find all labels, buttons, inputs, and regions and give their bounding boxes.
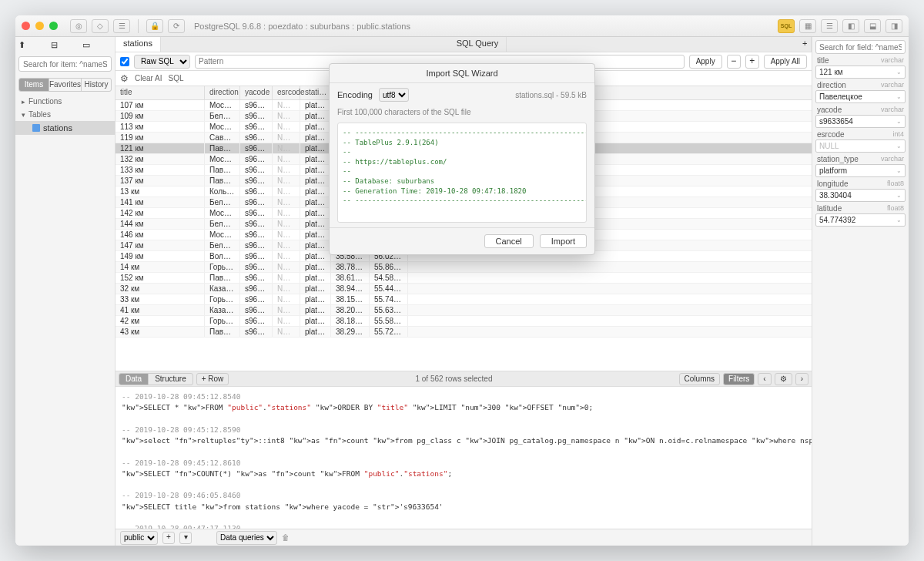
sql-toggle[interactable]: SQL (169, 74, 184, 82)
tab-history[interactable]: History (82, 79, 111, 91)
table-row[interactable]: 33 кмГорьковс…s9600773NULLplatform38.153… (116, 294, 812, 305)
tree-functions[interactable]: ▸Functions (15, 95, 115, 108)
apply-all-button[interactable]: Apply All (764, 55, 807, 69)
tab-stations[interactable]: stations (116, 37, 161, 52)
schema-add[interactable]: + (162, 532, 175, 544)
table-row[interactable]: 43 кмПавелецк…s9601631NULLplatform38.291… (116, 327, 812, 338)
layout-right-icon[interactable]: ◨ (886, 19, 902, 33)
table-row[interactable]: 32 кмКазанскоеs9601128NULLplatform38.943… (116, 284, 812, 294)
lock-icon[interactable]: 🔒 (146, 19, 163, 33)
table-row[interactable]: 14 кмГорьковс…s9601876NULLplatform38.783… (116, 262, 812, 273)
sql-preview: -- -------------------------------------… (337, 123, 587, 223)
tree-tables[interactable]: ▾Tables (15, 108, 115, 121)
import-dialog: Import SQL Wizard Encoding utf8 stations… (329, 63, 595, 255)
connection-icon[interactable]: ⬆ (18, 40, 48, 50)
schema-select[interactable]: public (120, 531, 158, 545)
columns-button[interactable]: Columns (679, 373, 720, 385)
dialog-subtitle: First 100,000 characters of the SQL file (330, 106, 594, 118)
sidebar: ⬆ ⊟ ▭ Items Favorites History ▸Functions… (15, 37, 116, 546)
encoding-select[interactable]: utf8 (379, 88, 409, 102)
zoom-icon[interactable] (49, 22, 58, 30)
grid-icon[interactable]: ▦ (799, 19, 816, 33)
nav-prev[interactable]: ‹ (758, 373, 771, 385)
tab-add[interactable]: + (795, 37, 812, 52)
field-yacode[interactable]: s9633654⌄ (815, 115, 906, 128)
encoding-label: Encoding (337, 90, 373, 99)
filter-mode[interactable]: Raw SQL (134, 55, 190, 69)
file-info: stations.sql - 59.5 kB (515, 91, 587, 99)
query-mode[interactable]: Data queries (216, 531, 277, 545)
add-row-button[interactable]: + Row (196, 373, 229, 385)
table-row[interactable]: 41 кмКазанскоеs9600999NULLplatform38.201… (116, 305, 812, 316)
tool-icon[interactable]: ◎ (70, 19, 87, 33)
minimize-icon[interactable] (35, 22, 44, 30)
remove-filter[interactable]: − (727, 55, 741, 69)
sql-icon[interactable]: ▭ (82, 40, 112, 50)
query-log: -- 2019-10-28 09:45:12.8540 "kw">SELECT … (116, 386, 812, 529)
table-icon (32, 124, 40, 132)
titlebar: ◎ ◇ ☰ 🔒 ⟳ PostgreSQL 9.6.8 : poezdato : … (15, 15, 909, 37)
tool-icon[interactable]: ☰ (113, 19, 130, 33)
filter-checkbox[interactable] (120, 57, 129, 66)
layout-left-icon[interactable]: ◧ (842, 19, 859, 33)
panel-icon[interactable]: ☰ (821, 19, 838, 33)
view-structure[interactable]: Structure (149, 374, 192, 385)
db-icon[interactable]: ⊟ (51, 40, 80, 50)
field-title[interactable]: 121 км⌄ (815, 66, 906, 79)
inspector: titlevarchar121 км⌄directionvarcharПавел… (812, 37, 909, 546)
table-row[interactable]: 42 кмГорьковс…s9601504NULLplatform38.183… (116, 316, 812, 327)
gear-icon[interactable]: ⚙ (775, 373, 792, 385)
view-data[interactable]: Data (119, 374, 149, 385)
filters-button[interactable]: Filters (723, 373, 755, 385)
inspector-search[interactable] (815, 40, 906, 54)
schema-more[interactable]: ▾ (179, 532, 192, 544)
sidebar-search[interactable] (18, 56, 112, 72)
sql-badge-icon[interactable]: SQL (778, 19, 795, 33)
cancel-button[interactable]: Cancel (484, 234, 534, 248)
tab-sql-query[interactable]: SQL Query (449, 37, 507, 52)
nav-next[interactable]: › (795, 373, 808, 385)
status-text: 1 of 562 rows selected (232, 375, 675, 383)
tree-item-stations[interactable]: stations (15, 121, 115, 135)
layout-bottom-icon[interactable]: ⬓ (864, 19, 881, 33)
table-row[interactable]: 152 кмПавелецк…s9633655NULLplatform38.61… (116, 273, 812, 284)
sidebar-tabs[interactable]: Items Favorites History (18, 78, 112, 92)
tool-icon[interactable]: ◇ (92, 19, 109, 33)
tab-favorites[interactable]: Favorites (49, 79, 82, 91)
trash-icon[interactable]: 🗑 (282, 533, 290, 542)
breadcrumb: PostgreSQL 9.6.8 : poezdato : suburbans … (194, 22, 410, 31)
import-button[interactable]: Import (540, 234, 587, 248)
tab-items[interactable]: Items (19, 79, 49, 91)
field-esrcode[interactable]: NULL⌄ (815, 139, 906, 153)
field-latitude[interactable]: 54.774392⌄ (815, 213, 906, 227)
field-longitude[interactable]: 38.30404⌄ (815, 189, 906, 202)
close-icon[interactable] (22, 22, 30, 30)
apply-button[interactable]: Apply (689, 55, 722, 69)
add-filter[interactable]: + (745, 55, 759, 69)
field-station_type[interactable]: platform⌄ (815, 164, 906, 177)
gear-icon[interactable]: ⚙ (120, 73, 129, 84)
refresh-icon[interactable]: ⟳ (168, 19, 185, 33)
field-direction[interactable]: Павелецкое⌄ (815, 90, 906, 103)
clear-ai[interactable]: Clear AI (135, 74, 162, 82)
dialog-title: Import SQL Wizard (330, 64, 594, 83)
